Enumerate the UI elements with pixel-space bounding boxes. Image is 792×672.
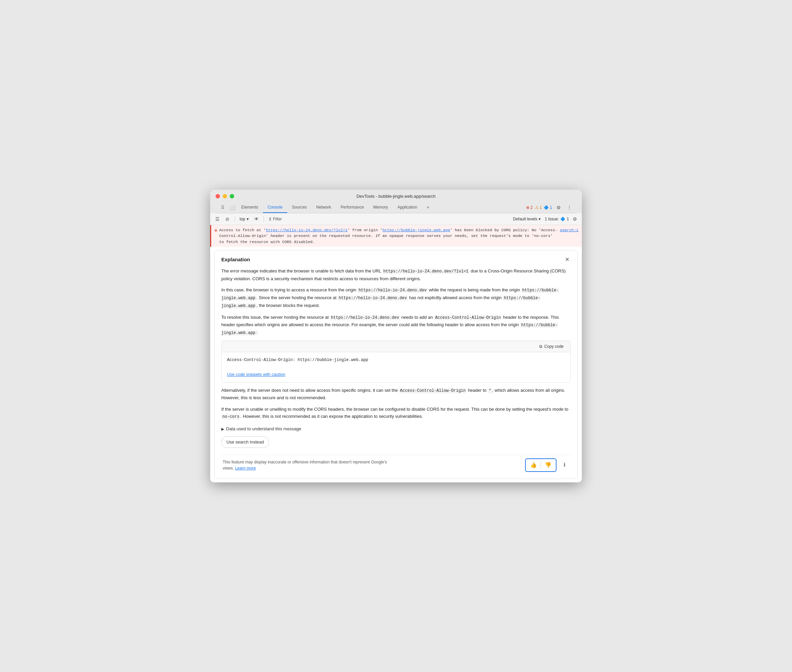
thumbs-up-button[interactable]: 👍: [529, 461, 538, 470]
titlebar: DevTools - bubble-jingle.web.app/search …: [210, 190, 582, 213]
filter-funnel-icon: ⊻: [268, 217, 271, 221]
search-instead-button[interactable]: Use search instead: [221, 437, 269, 448]
minimize-traffic-light[interactable]: [223, 194, 227, 198]
info-icon[interactable]: ℹ: [560, 461, 569, 470]
warning-badge[interactable]: ⚠ 1: [535, 205, 542, 210]
explanation-p2: In this case, the browser is trying to a…: [221, 286, 571, 309]
tab-sources[interactable]: Sources: [287, 202, 311, 213]
feedback-separator: [541, 462, 541, 469]
error-text-start: Access to fetch at ': [219, 228, 266, 232]
tab-console[interactable]: Console: [263, 202, 287, 213]
code-block-wrapper: ⧉ Copy code Access-Control-Allow-Origin:…: [221, 341, 571, 382]
tab-application[interactable]: Application: [393, 202, 422, 213]
inline-code-server: https://hello-io-24.deno.dev: [330, 315, 401, 320]
issues-icon-sm: 🔷: [560, 217, 565, 221]
code-block-toolbar: ⧉ Copy code: [222, 341, 570, 352]
console-content: ⊗ Access to fetch at 'https://hello-io-2…: [210, 225, 582, 482]
inline-code-app: https://bubble-jingle.web.app: [221, 323, 558, 336]
tab-elements[interactable]: Elements: [236, 202, 263, 213]
error-circle-icon: ⊗: [214, 227, 217, 245]
disclaimer-row: This feature may display inaccurate or o…: [221, 454, 571, 473]
console-toolbar: ☰ ⊘ top ▾ 👁 ⊻ Filter Default levels ▾ 1 …: [210, 213, 582, 225]
disclaimer-text: This feature may display inaccurate or o…: [223, 459, 391, 471]
console-settings-icon[interactable]: ⚙: [570, 214, 579, 224]
inline-code-header: Access-Control-Allow-Origin: [434, 315, 502, 320]
copy-code-button[interactable]: ⧉ Copy code: [537, 343, 566, 350]
inline-code-nocors: no-cors: [221, 414, 240, 419]
devtools-tabs: ⠿ ⬜ Elements Console Sources Network Per…: [216, 202, 576, 213]
issues-count-label: 1 Issue:: [544, 217, 559, 221]
copy-icon: ⧉: [539, 344, 542, 349]
copy-label: Copy code: [544, 344, 564, 349]
learn-more-link[interactable]: Learn more: [235, 466, 256, 470]
sidebar-toggle-icon[interactable]: ☰: [213, 214, 222, 224]
explanation-header: Explanation ✕: [221, 256, 571, 263]
badge-area: ⊗ 2 ⚠ 1 🔷 1 ⚙ ⋮: [526, 203, 574, 212]
levels-select[interactable]: Default levels ▾: [513, 217, 541, 221]
data-disclosure[interactable]: ▶ Data used to understand this message: [221, 425, 571, 432]
error-text-mid: ' from origin ': [347, 228, 383, 232]
traffic-lights: [216, 194, 234, 198]
context-label: top: [240, 217, 245, 221]
tab-performance[interactable]: Performance: [336, 202, 369, 213]
error-icon: ⊗: [526, 205, 530, 210]
caution-link[interactable]: Use code snippets with caution: [227, 371, 565, 378]
inline-code-origin3: https://hello-io-24.deno.dev: [337, 296, 408, 301]
explanation-panel: Explanation ✕ The error message indicate…: [214, 250, 578, 479]
inline-code-header2: Access-Control-Allow-Origin: [399, 388, 466, 394]
tab-memory[interactable]: Memory: [369, 202, 393, 213]
close-traffic-light[interactable]: [216, 194, 220, 198]
disclosure-arrow-icon: ▶: [221, 426, 224, 432]
issues-badge[interactable]: 🔷 1: [544, 205, 552, 210]
levels-dropdown-icon: ▾: [538, 217, 541, 221]
explanation-body: The error message indicates that the bro…: [221, 267, 571, 473]
error-url2[interactable]: https://bubble-jingle.web.app: [383, 228, 450, 232]
inline-code-origin1: https://hello-io-24.deno.dev: [358, 288, 428, 293]
levels-label: Default levels: [513, 217, 537, 221]
error-row: ⊗ Access to fetch at 'https://hello-io-2…: [210, 225, 582, 247]
toolbar-separator: [235, 216, 235, 222]
context-selector[interactable]: top ▾: [238, 216, 251, 222]
explanation-p4: Alternatively, if the server does not ne…: [221, 387, 571, 402]
context-dropdown-icon: ▾: [247, 217, 249, 221]
error-url1[interactable]: https://hello-io-24.deno.dev/?lvl=1: [266, 228, 348, 232]
issues-count-num: 1: [567, 217, 569, 221]
inline-code-star: *: [487, 388, 492, 394]
feedback-area: 👍 👎 ℹ: [525, 458, 569, 472]
tab-icons-group: ⠿ ⬜: [218, 203, 236, 212]
eye-icon[interactable]: 👁: [252, 214, 261, 224]
error-source-link[interactable]: search:1: [560, 227, 578, 245]
explanation-p1: The error message indicates that the bro…: [221, 267, 571, 282]
explanation-p3: To resolve this issue, the server hostin…: [221, 314, 571, 337]
code-snippet: Access-Control-Allow-Origin: https://bub…: [222, 352, 570, 368]
issues-count-badge[interactable]: 1 Issue: 🔷 1: [544, 217, 569, 221]
window-title: DevTools - bubble-jingle.web.app/search: [356, 194, 436, 199]
issues-icon: 🔷: [544, 205, 549, 210]
device-toolbar-icon[interactable]: ⬜: [228, 203, 236, 212]
toolbar-separator-2: [263, 216, 264, 222]
feedback-buttons: 👍 👎: [525, 458, 557, 472]
devtools-window: DevTools - bubble-jingle.web.app/search …: [210, 190, 582, 482]
explanation-title: Explanation: [221, 256, 250, 262]
warning-icon: ⚠: [535, 205, 538, 210]
close-button[interactable]: ✕: [563, 256, 571, 263]
filter-input-area[interactable]: ⊻ Filter: [267, 216, 284, 222]
tab-network[interactable]: Network: [311, 202, 336, 213]
caution-area: Use code snippets with caution: [222, 368, 570, 382]
maximize-traffic-light[interactable]: [230, 194, 234, 198]
inline-code-url1: https://hello-io-24.deno.dev/?lvl=1: [382, 269, 469, 274]
settings-icon[interactable]: ⚙: [554, 203, 563, 212]
clear-console-icon[interactable]: ⊘: [223, 214, 232, 224]
more-options-icon[interactable]: ⋮: [565, 203, 574, 212]
error-badge[interactable]: ⊗ 2: [526, 205, 533, 210]
data-disclosure-label: Data used to understand this message: [226, 425, 302, 432]
explanation-p5: If the server is unable or unwilling to …: [221, 406, 571, 421]
tab-more[interactable]: »: [422, 202, 434, 213]
error-message: Access to fetch at 'https://hello-io-24.…: [219, 227, 558, 245]
inspect-icon[interactable]: ⠿: [218, 203, 227, 212]
filter-label: Filter: [273, 217, 282, 221]
thumbs-down-button[interactable]: 👎: [543, 461, 553, 470]
